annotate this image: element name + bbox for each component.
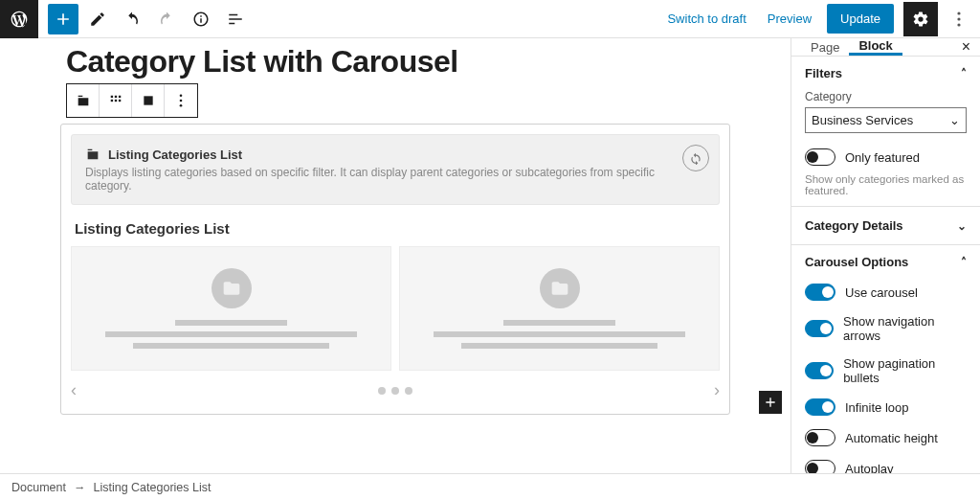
chevron-down-icon: ⌄ — [957, 219, 967, 233]
block-description: Displays listing categories based on spe… — [85, 166, 677, 193]
svg-rect-7 — [114, 100, 116, 102]
chevron-up-icon: ˄ — [961, 67, 967, 80]
more-menu-button[interactable] — [947, 2, 970, 36]
preview-card — [399, 246, 720, 371]
settings-gear-button[interactable] — [903, 2, 938, 36]
preview-link[interactable]: Preview — [762, 11, 817, 27]
breadcrumb-root[interactable]: Document — [11, 481, 66, 494]
add-block-button[interactable] — [48, 4, 78, 34]
category-details-panel[interactable]: Category Details⌄ — [805, 218, 967, 233]
svg-point-12 — [180, 104, 183, 107]
category-label: Category — [805, 90, 967, 103]
svg-point-1 — [957, 17, 960, 20]
block-icon[interactable] — [67, 84, 100, 117]
svg-rect-8 — [118, 100, 120, 102]
transform-icon[interactable] — [682, 145, 709, 171]
chevron-down-icon: ⌄ — [949, 113, 960, 127]
pagination-toggle[interactable] — [805, 362, 834, 379]
layout-single-button[interactable] — [132, 84, 165, 117]
wordpress-logo[interactable] — [0, 0, 38, 38]
carousel-options-title[interactable]: Carousel Options — [805, 255, 908, 269]
folder-icon — [212, 268, 252, 308]
block-name: Listing Categories List — [108, 148, 242, 162]
settings-sidebar: Page Block × Filters˄ Category Business … — [791, 38, 980, 473]
update-button[interactable]: Update — [827, 4, 894, 34]
svg-point-10 — [180, 94, 183, 97]
preview-card — [71, 246, 391, 371]
svg-rect-9 — [144, 96, 152, 104]
only-featured-help: Show only categories marked as featured. — [805, 173, 967, 196]
use-carousel-toggle[interactable] — [805, 284, 835, 301]
editor-canvas[interactable]: Category List with Carousel Listing Cate… — [0, 38, 791, 473]
only-featured-toggle[interactable] — [805, 148, 835, 166]
block-header: Listing Categories List Displays listing… — [71, 134, 720, 205]
svg-point-2 — [957, 23, 960, 26]
info-button[interactable] — [186, 4, 216, 34]
svg-rect-6 — [110, 100, 112, 102]
filters-panel-title[interactable]: Filters — [805, 66, 842, 80]
block-more-button[interactable] — [165, 84, 197, 117]
carousel-bullets[interactable] — [378, 387, 412, 395]
breadcrumb: Document → Listing Categories List — [0, 473, 980, 500]
autoplay-toggle[interactable] — [805, 460, 835, 473]
only-featured-label: Only featured — [845, 150, 920, 165]
svg-rect-4 — [114, 96, 116, 98]
tab-page[interactable]: Page — [801, 38, 849, 56]
undo-button[interactable] — [117, 4, 147, 34]
svg-point-0 — [957, 11, 960, 14]
auto-height-toggle[interactable] — [805, 429, 835, 446]
layout-grid-button[interactable] — [100, 84, 132, 117]
block-toolbar — [66, 83, 198, 118]
carousel-prev-arrow[interactable]: ‹ — [71, 380, 77, 400]
editor-topbar: Switch to draft Preview Update — [0, 0, 980, 38]
svg-point-11 — [180, 100, 183, 102]
redo-button[interactable] — [151, 4, 182, 34]
breadcrumb-separator: → — [74, 481, 86, 494]
nav-arrows-toggle[interactable] — [805, 320, 834, 337]
switch-to-draft-link[interactable]: Switch to draft — [661, 11, 751, 27]
chevron-up-icon: ˄ — [961, 256, 967, 269]
tab-block[interactable]: Block — [849, 38, 902, 56]
svg-rect-3 — [110, 96, 112, 98]
page-title[interactable]: Category List with Carousel — [66, 44, 730, 80]
folder-icon — [540, 268, 580, 308]
carousel-next-arrow[interactable]: › — [714, 380, 720, 400]
category-select[interactable]: Business Services⌄ — [805, 107, 967, 133]
svg-rect-5 — [118, 96, 120, 98]
selected-block[interactable]: Listing Categories List Displays listing… — [60, 124, 730, 415]
sidebar-close-button[interactable]: × — [962, 38, 970, 56]
insert-block-button[interactable] — [759, 391, 782, 414]
edit-button[interactable] — [82, 4, 113, 34]
block-inner-title: Listing Categories List — [71, 215, 720, 246]
infinite-loop-toggle[interactable] — [805, 398, 835, 416]
breadcrumb-current[interactable]: Listing Categories List — [93, 481, 211, 494]
outline-button[interactable] — [220, 4, 251, 34]
